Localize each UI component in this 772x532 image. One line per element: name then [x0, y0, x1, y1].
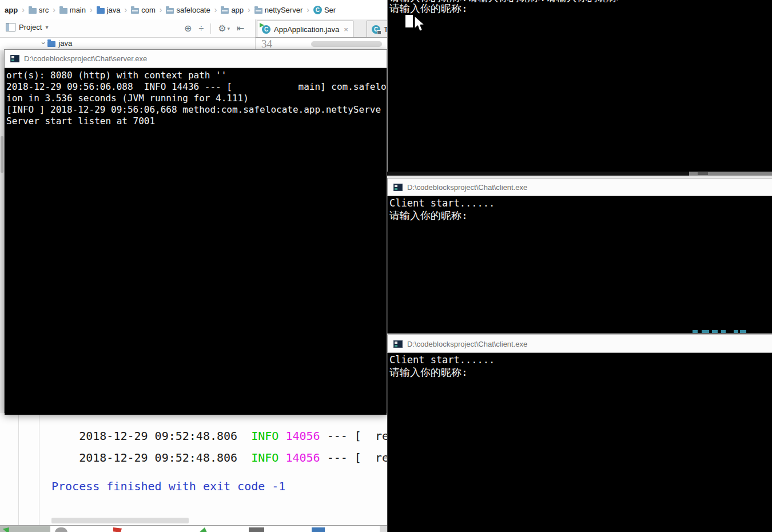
folder-icon	[29, 8, 37, 14]
breadcrumb-label: safelocate	[176, 6, 210, 14]
breadcrumb-item-java[interactable]: java	[97, 6, 121, 14]
package-icon	[131, 8, 139, 14]
hide-panel-icon[interactable]: ⇤	[237, 22, 244, 35]
breadcrumb-label: app	[5, 6, 18, 14]
project-panel-edge	[0, 50, 4, 413]
client-console-mid-titlebar[interactable]: D:\codeblocksproject\Chat\client.exe	[387, 178, 772, 196]
breadcrumb-item-class-ser[interactable]: C Ser	[313, 6, 336, 14]
server-console-window: D:\codeblocksproject\Chat\server.exe ort…	[4, 49, 387, 413]
log-tail: --- [ re	[320, 451, 389, 464]
breadcrumb-label: nettyServer	[265, 6, 303, 14]
breadcrumb-item-main[interactable]: main	[59, 6, 86, 14]
background-icon-fragment	[721, 330, 726, 333]
breadcrumb-label: java	[107, 6, 121, 14]
line-number: 34	[261, 38, 272, 50]
class-icon: C	[313, 6, 322, 14]
breadcrumb-separator-icon: ›	[22, 5, 25, 14]
console-text-line: Client start......	[389, 197, 495, 209]
breadcrumb-label: com	[141, 6, 156, 14]
console-text-line: [INFO ] 2018-12-29 09:56:06,668 method:c…	[6, 104, 387, 116]
nickname-prompt: 请输入你的昵称:	[389, 209, 468, 223]
editor-scrollbar[interactable]	[311, 41, 382, 47]
chevron-down-icon: ▾	[228, 22, 230, 35]
project-panel-header[interactable]: Project ▾	[6, 23, 49, 31]
source-folder-icon	[97, 8, 105, 14]
editor-gutter-strip: 34	[255, 38, 387, 50]
console-text-line: 2018-12-29 09:56:06.088 INFO 14436 --- […	[6, 81, 387, 93]
background-icon-fragment	[712, 330, 718, 333]
breadcrumb-item-app-root[interactable]: app	[5, 6, 18, 14]
log-level: INFO	[251, 451, 278, 464]
console-horizontal-scrollbar[interactable]	[387, 172, 772, 176]
package-icon	[221, 8, 229, 14]
server-console-output[interactable]: ort(s): 8080 (http) with context path ''…	[5, 68, 387, 415]
chevron-down-icon: ▾	[45, 24, 48, 30]
text-caret	[405, 15, 413, 27]
console-window-icon	[10, 55, 19, 62]
nickname-prompt: 请输入你的昵称:	[389, 2, 468, 15]
console-text-line: Server start listen at 7001	[6, 116, 387, 127]
toolbar-divider	[210, 23, 211, 34]
mouse-cursor-icon	[413, 15, 426, 33]
tree-item-label: java	[58, 39, 72, 47]
breadcrumb-label: main	[70, 6, 86, 14]
panel-scrollbar-thumb[interactable]	[1, 136, 3, 173]
green-arrow-icon[interactable]	[199, 527, 207, 532]
client-console-title: D:\codeblocksproject\Chat\client.exe	[407, 183, 527, 192]
console-window-icon	[393, 340, 403, 348]
horizontal-scrollbar[interactable]	[51, 518, 189, 523]
breadcrumb-separator-icon: ›	[160, 5, 162, 14]
chevron-expanded-icon: ›	[39, 42, 48, 44]
server-console-title: D:\codeblocksproject\Chat\server.exe	[24, 54, 147, 63]
project-panel-toolbar: ⊕ ÷ ⚙ ▾ ⇤	[184, 22, 244, 35]
breadcrumb-label: app	[231, 6, 244, 14]
console-text-line: ort(s): 8080 (http) with context path ''	[6, 70, 387, 81]
breadcrumb-item-nettyserver[interactable]: nettyServer	[254, 6, 303, 14]
bottom-taskbar-strip	[0, 525, 387, 532]
project-panel-icon	[6, 23, 15, 31]
breadcrumb-separator-icon: ›	[90, 5, 93, 14]
scrollbar-thumb[interactable]	[698, 172, 708, 175]
nickname-prompt: 请输入你的昵称:	[389, 366, 468, 379]
taskbar-app-icon[interactable]	[249, 527, 264, 532]
tab-label: AppApplication.java	[274, 25, 339, 34]
breadcrumb-item-app-pkg[interactable]: app	[221, 6, 244, 14]
server-console-titlebar[interactable]: D:\codeblocksproject\Chat\server.exe	[5, 50, 387, 68]
console-text-line: ion in 3.536 seconds (JVM running for 4.…	[6, 93, 387, 104]
breadcrumb-separator-icon: ›	[307, 5, 309, 14]
source-folder-icon	[47, 41, 55, 47]
client-console-bottom-output[interactable]: Client start...... 请输入你的昵称:	[387, 353, 772, 532]
client-console-title: D:\codeblocksproject\Chat\client.exe	[407, 340, 527, 348]
flag-icon[interactable]	[113, 527, 122, 532]
log-pid: 14056	[278, 451, 320, 464]
client-console-mid-output[interactable]: Client start...... 请输入你的昵称:	[387, 196, 772, 334]
breadcrumb-separator-icon: ›	[214, 5, 217, 14]
background-icon-fragment	[702, 330, 709, 333]
client-console-bottom-titlebar[interactable]: D:\codeblocksproject\Chat\client.exe	[387, 335, 772, 353]
package-icon	[166, 8, 174, 14]
console-window-icon	[393, 184, 403, 191]
taskbar-app-icon[interactable]	[55, 527, 67, 532]
process-exit-message: Process finished with exit code -1	[51, 479, 285, 493]
gutter-divider	[39, 413, 39, 525]
tab-appapplication-java[interactable]: C AppApplication.java ×	[257, 21, 353, 38]
class-lock-icon: C	[372, 25, 380, 34]
folder-icon	[59, 8, 67, 14]
background-icon-fragment	[740, 330, 746, 333]
taskbar-divider	[380, 526, 387, 532]
collapse-all-icon[interactable]: ÷	[198, 22, 204, 35]
locate-file-icon[interactable]: ⊕	[184, 22, 192, 35]
client-console-top-output[interactable]: 请输入你的昵称:请输入你的昵称:请输入你的昵称 请输入你的昵称:	[387, 0, 772, 172]
project-tree-item-java[interactable]: › java	[42, 39, 72, 47]
gear-icon: ⚙	[218, 22, 226, 35]
settings-gear-icon[interactable]: ⚙ ▾	[218, 22, 230, 35]
breadcrumb-item-com[interactable]: com	[131, 6, 156, 14]
breadcrumb-item-safelocate[interactable]: safelocate	[166, 6, 210, 14]
close-icon[interactable]: ×	[344, 25, 348, 34]
tab-second-partial[interactable]: C T	[367, 21, 387, 38]
package-icon	[254, 8, 262, 14]
taskbar-app-icon[interactable]	[312, 527, 325, 532]
log-line: 2018-12-29 09:52:48.806 INFO 14056 --- […	[51, 437, 389, 478]
breadcrumb-item-src[interactable]: src	[29, 6, 49, 14]
run-class-icon: C	[262, 25, 270, 34]
